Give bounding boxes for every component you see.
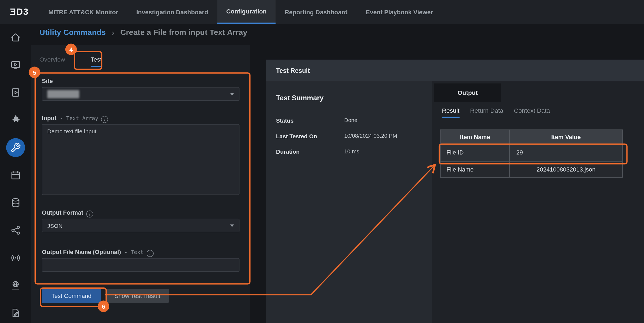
tab-return-data[interactable]: Return Data (470, 107, 503, 118)
sidebar-item-data[interactable] (6, 193, 25, 212)
nav-reporting-dashboard[interactable]: Reporting Dashboard (276, 0, 357, 24)
output-format-select[interactable]: JSON (42, 219, 239, 232)
info-icon[interactable]: i (86, 211, 93, 217)
home-icon (10, 32, 21, 43)
site-value-redacted (47, 90, 79, 98)
chevron-down-icon (230, 225, 234, 227)
chevron-down-icon (230, 93, 234, 95)
video-file-icon (10, 87, 21, 98)
test-result-panel: Test Result Test Summary Status Done Las… (266, 60, 644, 323)
output-file-type-hint: - Text (124, 249, 143, 255)
nav-mitre-attck-monitor[interactable]: MITRE ATT&CK Monitor (39, 0, 127, 24)
output-sub-panel: Output Result Return Data Context Data I… (432, 81, 644, 323)
test-result-header: Test Result (266, 60, 644, 81)
file-id-value: 29 (509, 144, 622, 161)
sidebar-item-schedule[interactable] (6, 166, 25, 185)
duration-value: 10 ms (344, 148, 359, 154)
form-tabs: Overview Test (40, 56, 102, 67)
last-tested-value: 10/08/2024 03:20 PM (344, 133, 397, 139)
output-file-label-row: Output File Name (Optional)- Texti (42, 248, 154, 257)
monitor-play-icon (10, 60, 21, 70)
input-label-row: Input- Text Arrayi (42, 114, 108, 123)
document-edit-icon (10, 308, 21, 318)
wrench-icon (10, 142, 21, 153)
test-command-button[interactable]: Test Command (42, 289, 101, 303)
database-icon (10, 197, 21, 208)
summary-row-duration: Duration 10 ms (276, 148, 424, 157)
file-name-name: File Name (441, 161, 509, 177)
tab-test[interactable]: Test (91, 56, 102, 67)
file-name-value: 20241008032013.json (509, 161, 622, 177)
share-nodes-icon (10, 225, 21, 236)
nav-investigation-dashboard[interactable]: Investigation Dashboard (127, 0, 217, 24)
summary-row-last-tested: Last Tested On 10/08/2024 03:20 PM (276, 133, 424, 141)
output-format-label-row: Output Formati (42, 209, 93, 217)
breadcrumb-chevron-icon: › (111, 29, 115, 36)
d3-logo: ƎD3 (0, 0, 39, 24)
tab-result[interactable]: Result (442, 107, 459, 118)
input-label: Input (42, 115, 57, 121)
icon-sidebar (0, 24, 31, 323)
command-form-panel: Overview Test Site Input- Text Arrayi De… (31, 45, 250, 323)
tab-overview[interactable]: Overview (40, 56, 65, 67)
table-row-file-name: File Name 20241008032013.json (441, 161, 623, 177)
top-nav: ƎD3 MITRE ATT&CK Monitor Investigation D… (0, 0, 644, 24)
sidebar-item-home[interactable] (6, 28, 25, 47)
sidebar-item-connections[interactable] (6, 221, 25, 240)
table-header-row: Item Name Item Value (441, 130, 623, 144)
info-icon[interactable]: i (101, 116, 108, 123)
breadcrumb: Utility Commands › Create a File from in… (40, 28, 247, 37)
output-format-label: Output Format (42, 209, 83, 216)
app-root: ƎD3 MITRE ATT&CK Monitor Investigation D… (0, 0, 644, 323)
test-result-title: Test Result (276, 67, 310, 74)
info-icon[interactable]: i (146, 250, 153, 257)
nav-event-playbook-viewer[interactable]: Event Playbook Viewer (357, 0, 442, 24)
puzzle-icon (10, 115, 21, 125)
site-label: Site (42, 77, 53, 85)
calendar-icon (10, 170, 21, 181)
page-title: Create a File from input Text Array (120, 28, 247, 37)
output-format-value: JSON (47, 222, 63, 229)
output-sub-tabs: Result Return Data Context Data (442, 107, 550, 118)
sidebar-item-broadcast[interactable] (6, 248, 25, 267)
broadcast-icon (10, 252, 21, 263)
header-item-value: Item Value (509, 130, 622, 144)
sidebar-item-integrations[interactable] (6, 111, 25, 129)
test-summary-title: Test Summary (276, 94, 324, 102)
sidebar-item-audit-log[interactable] (6, 303, 25, 322)
tab-output[interactable]: Output (434, 84, 501, 102)
header-item-name: Item Name (441, 130, 509, 144)
file-name-link[interactable]: 20241008032013.json (537, 166, 596, 173)
sidebar-item-monitor[interactable] (6, 56, 25, 74)
table-row-file-id: File ID 29 (441, 144, 623, 161)
file-id-name: File ID (441, 144, 509, 161)
status-value: Done (344, 117, 357, 123)
site-select[interactable] (42, 87, 239, 101)
nav-configuration[interactable]: Configuration (217, 0, 276, 24)
summary-row-status: Status Done (276, 117, 424, 125)
show-test-result-button[interactable]: Show Test Result (106, 289, 169, 303)
sidebar-item-global-users[interactable] (6, 276, 25, 295)
input-type-hint: - Text Array (60, 115, 98, 121)
breadcrumb-utility-commands[interactable]: Utility Commands (40, 28, 106, 37)
output-file-label: Output File Name (Optional) (42, 249, 121, 255)
input-textarea[interactable]: Demo text file input (42, 124, 239, 195)
sidebar-item-utility-commands[interactable] (6, 138, 25, 157)
globe-user-icon (10, 280, 21, 291)
output-file-input[interactable] (42, 258, 239, 272)
sidebar-item-playbooks[interactable] (6, 83, 25, 102)
result-table: Item Name Item Value File ID 29 File Nam… (440, 129, 623, 178)
tab-context-data[interactable]: Context Data (514, 107, 550, 118)
